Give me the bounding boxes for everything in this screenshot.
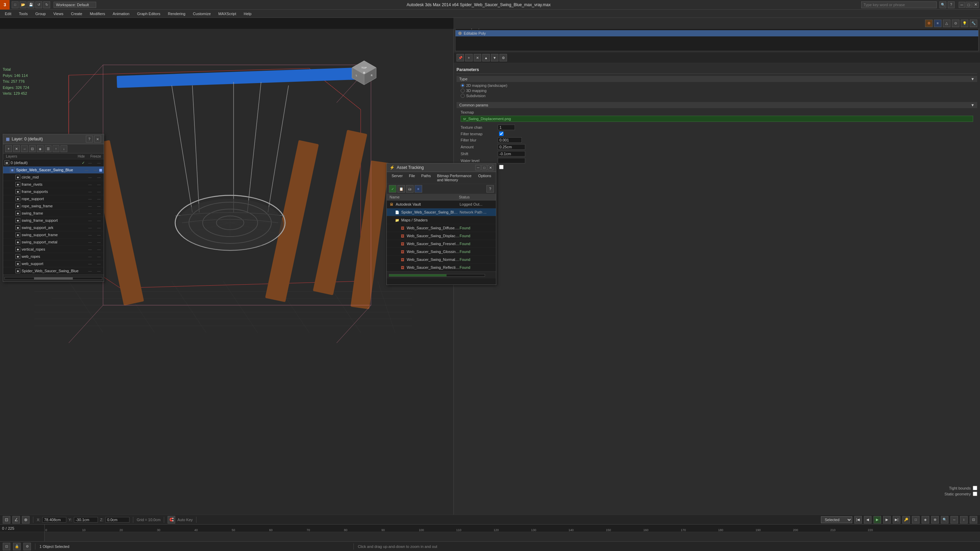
asset-titlebar[interactable]: ⚡ Asset Tracking ─ □ ✕ — [387, 164, 496, 172]
radio-3d-mapping[interactable]: 3D mapping — [461, 89, 973, 93]
modifier-config-btn[interactable]: ⚙ — [500, 54, 507, 62]
modify-tab[interactable]: ≡ — [934, 19, 942, 27]
layer-item-frame-supports[interactable]: ◆ frame_supports —— — [3, 188, 104, 195]
asset-row-fresnel[interactable]: 🖼 Web_Saucer_Swing_Fresnel.png Found — [387, 240, 496, 248]
asset-menu-options[interactable]: Options — [476, 173, 494, 183]
layer-item-circle-mid[interactable]: ◆ circle_mid —— — [3, 174, 104, 181]
menu-rendering[interactable]: Rendering — [164, 11, 189, 16]
menu-customize[interactable]: Customize — [189, 11, 214, 16]
layer-item-web-ropes[interactable]: ◆ web_ropes —— — [3, 253, 104, 260]
layer-item-rope-support[interactable]: ◆ rope_support —— — [3, 195, 104, 203]
rp-view-btn4[interactable]: 🔍 — [941, 516, 948, 524]
layer-item-swing-support-ark[interactable]: ◆ swing_support_ark —— — [3, 224, 104, 231]
viewport-gizmo[interactable]: TOP R L — [350, 59, 378, 87]
coord-x-input[interactable]: 78.408cm — [42, 517, 66, 522]
asset-table[interactable]: 🏛 Autodesk Vault Logged Out... 📄 Spider_… — [387, 200, 496, 272]
radio-subdivision[interactable]: Subdivision — [461, 94, 973, 98]
modifier-up-btn[interactable]: ▲ — [482, 54, 490, 62]
asset-row-diffuse[interactable]: 🖼 Web_Saucer_Swing_Diffuse.png Found — [387, 224, 496, 232]
texture-name[interactable]: sr_Swing_Displacement.png — [461, 116, 973, 122]
layers-new-btn[interactable]: + — [5, 145, 12, 152]
asset-tb-btn3[interactable]: 🗂 — [406, 185, 414, 192]
open-button[interactable]: 📂 — [19, 2, 27, 8]
asset-row-maps-folder[interactable]: 📁 Maps / Shaders — [387, 216, 496, 224]
layers-move-btn[interactable]: ↑ — [52, 145, 59, 152]
amount-input[interactable]: 0.25cm — [498, 144, 525, 150]
timeline-ruler[interactable]: 0 10 20 30 40 50 60 70 80 90 100 110 120… — [45, 524, 980, 541]
layers-select-layer-btn[interactable]: ◈ — [37, 145, 44, 152]
workspace-selector[interactable]: Workspace: Default — [54, 2, 96, 8]
statusbar-icon2[interactable]: 🔒 — [13, 543, 21, 550]
utilities-tab[interactable]: 🔧 — [970, 19, 977, 27]
asset-row-displacement[interactable]: 🖼 Web_Saucer_Swing_Displacement.png Foun… — [387, 232, 496, 240]
modifier-pin2-btn[interactable]: 📌 — [457, 54, 464, 62]
menu-animation[interactable]: Animation — [109, 11, 133, 16]
timeline-track[interactable] — [45, 532, 980, 542]
texture-chan-input[interactable]: 1 — [498, 125, 515, 130]
type-group-header[interactable]: Type ▼ — [457, 76, 977, 82]
goto-end-btn[interactable]: ▶| — [893, 516, 900, 524]
layers-select-objects-btn[interactable]: ⊡ — [29, 145, 36, 152]
layer-item-swing-frame[interactable]: ◆ swing_frame —— — [3, 210, 104, 217]
help-icon[interactable]: ? — [948, 2, 955, 8]
layers-scrollbar[interactable] — [3, 275, 104, 281]
layers-move-down-btn[interactable]: ↓ — [60, 145, 67, 152]
menu-create[interactable]: Create — [67, 11, 86, 16]
layer-item-swing-support-frame[interactable]: ◆ swing_support_frame —— — [3, 231, 104, 238]
asset-menu-file[interactable]: File — [406, 173, 418, 183]
layer-item-spider[interactable]: ▦ Spider_Web_Saucer_Swing_Blue —— ◼ — [3, 167, 104, 174]
hierarchy-tab[interactable]: △ — [943, 19, 950, 27]
asset-row-glossiness[interactable]: 🖼 Web_Saucer_Swing_Glossiness.png Found — [387, 248, 496, 256]
filter-blur-input[interactable]: 0.001 — [498, 137, 522, 143]
menu-maxscript[interactable]: MAXScript — [215, 11, 240, 16]
menu-views[interactable]: Views — [50, 11, 67, 16]
menu-tools[interactable]: Tools — [16, 11, 31, 16]
filter-texmap-checkbox[interactable] — [499, 132, 504, 136]
search-input[interactable] — [861, 2, 937, 8]
asset-row-max-file[interactable]: 📄 Spider_Web_Saucer_Swing_Blue_max_vray.… — [387, 208, 496, 216]
rp-view-btn5[interactable]: ↔ — [950, 516, 958, 524]
modifier-down-btn[interactable]: ▼ — [491, 54, 498, 62]
common-params-header[interactable]: Common params ▼ — [457, 102, 977, 108]
menu-help[interactable]: Help — [240, 11, 255, 16]
prev-frame-btn[interactable]: ◀ — [864, 516, 872, 524]
asset-tb-btn2[interactable]: 📋 — [398, 185, 405, 192]
layers-close-button[interactable]: ✕ — [94, 136, 101, 143]
layer-item-swing-frame-support[interactable]: ◆ swing_frame_support —— — [3, 217, 104, 224]
water-level-input[interactable]: 0 — [498, 158, 525, 164]
undo-button[interactable]: ↺ — [35, 2, 42, 8]
layer-item-spider-2[interactable]: ◆ Spider_Web_Saucer_Swing_Blue —— — [3, 267, 104, 275]
layers-titlebar[interactable]: ▦ Layer: 0 (default) ? ✕ — [3, 134, 104, 144]
coord-angle-btn[interactable]: ∠ — [13, 516, 20, 524]
asset-row-normal[interactable]: 🖼 Web_Saucer_Swing_Normal.png Found — [387, 256, 496, 264]
static-geometry-checkbox[interactable] — [973, 492, 977, 496]
layers-hscrollbar[interactable] — [5, 277, 102, 280]
asset-minimize-btn[interactable]: ─ — [476, 165, 481, 170]
layers-hscrollbar-thumb[interactable] — [34, 277, 73, 279]
coord-z-input[interactable]: 0.0cm — [105, 517, 129, 522]
asset-row-vault[interactable]: 🏛 Autodesk Vault Logged Out... — [387, 200, 496, 208]
coord-y-input[interactable]: -30.1cm — [74, 517, 98, 522]
asset-help-btn[interactable]: ? — [487, 185, 494, 192]
save-button[interactable]: 💾 — [27, 2, 34, 8]
goto-start-btn[interactable]: |◀ — [854, 516, 862, 524]
relative-bbox-checkbox[interactable] — [499, 165, 504, 169]
menu-modifiers[interactable]: Modifiers — [86, 11, 108, 16]
layers-list[interactable]: ▦ 0 (default) ✓ —— ▦ Spider_Web_Saucer_S… — [3, 159, 104, 275]
menu-graph-editors[interactable]: Graph Editors — [134, 11, 164, 16]
shift-input[interactable]: -0.1cm — [498, 151, 525, 157]
layer-item-rope-swing-frame[interactable]: ◆ rope_swing_frame —— — [3, 203, 104, 210]
viewport[interactable]: + [Perspective] [Shaded + Edged Faces] T… — [0, 29, 453, 551]
asset-menu-server[interactable]: Server — [389, 173, 405, 183]
menu-group[interactable]: Group — [32, 11, 49, 16]
modifier-delete-btn[interactable]: ✕ — [474, 54, 481, 62]
asset-menu-bitmap-perf[interactable]: Bitmap Performance and Memory — [434, 173, 475, 183]
layers-properties-btn[interactable]: ☰ — [45, 145, 51, 152]
asset-tb-btn4[interactable]: ≡ — [415, 185, 422, 192]
asset-menu-paths[interactable]: Paths — [418, 173, 433, 183]
display-tab[interactable]: 💡 — [961, 19, 968, 27]
viewport-scene[interactable] — [0, 29, 453, 551]
new-button[interactable]: □ — [12, 2, 19, 8]
rp-view-btn6[interactable]: ↕ — [960, 516, 967, 524]
layer-item-swing-support-metal[interactable]: ◆ swing_support_metal —— — [3, 238, 104, 246]
